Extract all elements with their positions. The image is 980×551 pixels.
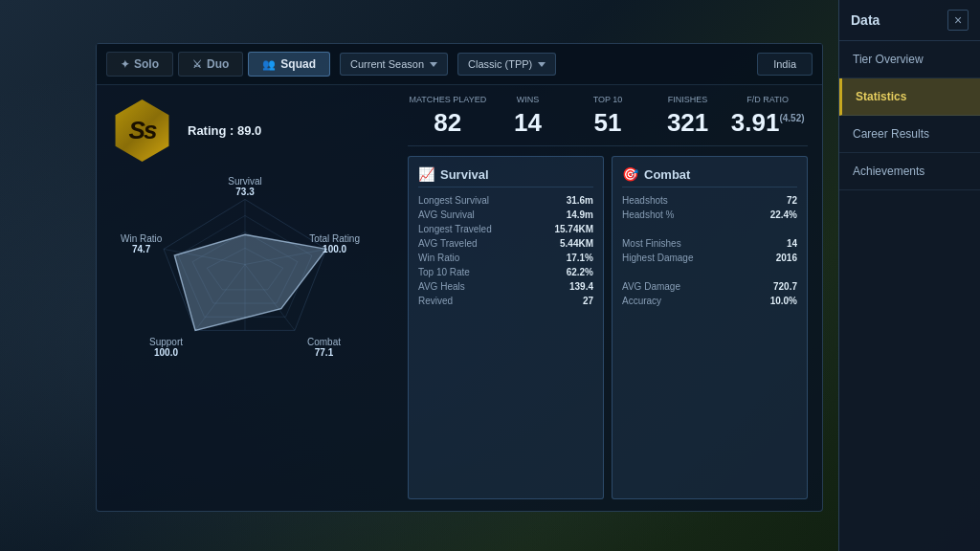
detail-value: 5.44KM — [560, 238, 593, 249]
win-ratio-value: 74.7 — [121, 244, 162, 254]
table-row: AVG Survival 14.9m — [418, 209, 593, 220]
radar-label-survival: Survival 73.3 — [228, 176, 262, 197]
survival-panel-title: Survival — [440, 167, 489, 182]
detail-value: 2016 — [776, 253, 797, 263]
fd-ratio-main: 3.91 — [731, 108, 780, 137]
detail-value: 14 — [787, 238, 797, 249]
matches-header: Matches Played — [408, 95, 488, 104]
detail-value: 10.0% — [770, 296, 797, 306]
tab-squad[interactable]: 👥 Squad — [248, 52, 330, 77]
main-panel: ✦ Solo ⚔ Duo 👥 Squad Current Season Clas… — [96, 43, 823, 512]
table-row: Highest Damage 2016 — [622, 253, 797, 263]
stat-wins: Wins 14 — [488, 95, 568, 138]
detail-label: Win Ratio — [418, 253, 459, 263]
wins-header: Wins — [488, 95, 568, 104]
radar-label-total-rating: Total Rating 100.0 — [309, 233, 360, 254]
detail-label: AVG Traveled — [418, 238, 478, 249]
tabs-row: ✦ Solo ⚔ Duo 👥 Squad Current Season Clas… — [97, 44, 822, 85]
rating-label: Rating : — [188, 123, 234, 138]
detail-label: Accuracy — [622, 296, 661, 306]
sidebar-item-tier-overview[interactable]: Tier Overview — [839, 41, 980, 78]
detail-label: Longest Survival — [418, 195, 489, 206]
detail-label — [622, 224, 625, 234]
top10-value: 51 — [568, 108, 648, 138]
wins-value: 14 — [488, 108, 568, 138]
rank-badge: Ss — [111, 99, 173, 162]
combat-panel-header: 🎯 Combat — [622, 166, 797, 187]
sidebar-item-label: Tier Overview — [853, 53, 924, 66]
sidebar-item-career-results[interactable]: Career Results — [839, 116, 980, 153]
sidebar-item-statistics[interactable]: Statistics — [839, 78, 980, 116]
table-row: Revived 27 — [418, 296, 593, 306]
detail-value: 31.6m — [567, 195, 593, 206]
detail-label: Headshots — [622, 195, 668, 206]
tab-duo[interactable]: ⚔ Duo — [178, 52, 243, 77]
rating-display: Rating : 89.0 — [188, 123, 261, 138]
detail-value: 62.2% — [567, 267, 593, 277]
rank-area: Ss Rating : 89.0 — [111, 99, 379, 162]
squad-icon: 👥 — [262, 58, 276, 71]
survival-value: 73.3 — [228, 187, 262, 197]
support-label: Support — [149, 337, 183, 347]
detail-value: 27 — [583, 296, 593, 306]
detail-value: 720.7 — [773, 281, 797, 292]
sidebar-item-label: Statistics — [856, 90, 906, 103]
detail-label: Top 10 Rate — [418, 267, 470, 277]
finishes-header: Finishes — [648, 95, 728, 104]
close-button[interactable]: × — [947, 10, 969, 31]
stat-finishes: Finishes 321 — [648, 95, 728, 138]
detail-label — [622, 267, 625, 277]
survival-label: Survival — [228, 176, 262, 187]
stat-matches: Matches Played 82 — [408, 95, 488, 138]
detail-value: 72 — [787, 195, 797, 206]
total-rating-value: 100.0 — [309, 244, 360, 254]
radar-label-support: Support 100.0 — [149, 337, 183, 358]
tab-solo[interactable]: ✦ Solo — [106, 52, 173, 77]
region-label: India — [773, 58, 796, 70]
table-row: Longest Traveled 15.74KM — [418, 224, 593, 234]
combat-radar-value: 77.1 — [307, 347, 341, 358]
win-ratio-label: Win Ratio — [121, 233, 162, 244]
table-row: Longest Survival 31.6m — [418, 195, 593, 206]
season-label: Current Season — [350, 58, 424, 70]
season-dropdown[interactable]: Current Season — [340, 53, 448, 76]
survival-panel: 📈 Survival Longest Survival 31.6m AVG Su… — [408, 156, 604, 499]
region-button[interactable]: India — [757, 53, 813, 76]
sidebar-item-achievements[interactable]: Achievements — [839, 153, 980, 190]
sidebar-item-label: Career Results — [853, 127, 929, 141]
table-row — [622, 267, 797, 277]
combat-panel-title: Combat — [644, 167, 690, 182]
table-row — [622, 224, 797, 234]
solo-icon: ✦ — [121, 58, 129, 71]
table-row: Headshot % 22.4% — [622, 209, 797, 220]
close-icon: × — [954, 12, 962, 28]
table-row: AVG Traveled 5.44KM — [418, 238, 593, 249]
tab-duo-label: Duo — [207, 57, 229, 71]
stat-top10: Top 10 51 — [568, 95, 648, 138]
combat-panel: 🎯 Combat Headshots 72 Headshot % 22.4% — [612, 156, 808, 499]
radar-label-combat: Combat 77.1 — [307, 337, 341, 358]
detail-value: 15.74KM — [554, 224, 593, 234]
total-rating-label: Total Rating — [309, 233, 360, 244]
detail-label: Highest Damage — [622, 253, 693, 263]
radar-label-win-ratio: Win Ratio 74.7 — [121, 233, 162, 254]
fd-ratio-value: 3.91(4.52) — [727, 108, 808, 138]
content-area: Ss Rating : 89.0 — [97, 85, 822, 509]
matches-value: 82 — [408, 108, 488, 138]
svg-marker-9 — [174, 234, 326, 330]
detail-value: 14.9m — [567, 209, 593, 220]
detail-label: AVG Heals — [418, 281, 465, 292]
support-value: 100.0 — [149, 347, 183, 358]
stat-fd-ratio: F/D Ratio 3.91(4.52) — [727, 95, 808, 138]
table-row: Accuracy 10.0% — [622, 296, 797, 306]
combat-panel-icon: 🎯 — [622, 166, 638, 182]
mode-dropdown-arrow — [538, 62, 546, 67]
table-row: Top 10 Rate 62.2% — [418, 267, 593, 277]
table-row: AVG Damage 720.7 — [622, 281, 797, 292]
detail-label: Most Finishes — [622, 238, 681, 249]
table-row: AVG Heals 139.4 — [418, 281, 593, 292]
detail-label: Revived — [418, 296, 453, 306]
mode-dropdown[interactable]: Classic (TPP) — [457, 53, 556, 76]
tab-solo-label: Solo — [134, 57, 159, 71]
left-panel: Ss Rating : 89.0 — [97, 85, 393, 509]
